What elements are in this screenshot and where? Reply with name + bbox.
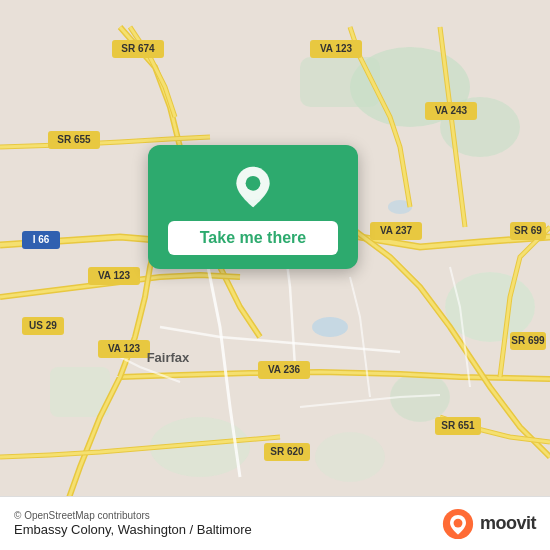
map-background: SR 674 VA 123 SR 655 VA 243 I 66 VA 123 … <box>0 0 550 550</box>
copyright-text: © OpenStreetMap contributors <box>14 510 252 521</box>
svg-text:Fairfax: Fairfax <box>147 350 190 365</box>
map-container: SR 674 VA 123 SR 655 VA 243 I 66 VA 123 … <box>0 0 550 550</box>
moovit-logo: moovit <box>442 508 536 540</box>
location-info: Embassy Colony, Washington / Baltimore <box>14 522 252 537</box>
svg-text:SR 620: SR 620 <box>270 446 304 457</box>
svg-text:VA 243: VA 243 <box>435 105 468 116</box>
bottom-left: © OpenStreetMap contributors Embassy Col… <box>14 510 252 537</box>
svg-text:VA 123: VA 123 <box>108 343 141 354</box>
popup-card: Take me there <box>148 145 358 269</box>
svg-point-8 <box>315 432 385 482</box>
svg-text:VA 123: VA 123 <box>320 43 353 54</box>
svg-point-41 <box>246 176 261 191</box>
take-me-there-button[interactable]: Take me there <box>168 221 338 255</box>
svg-text:VA 123: VA 123 <box>98 270 131 281</box>
svg-text:SR 674: SR 674 <box>121 43 155 54</box>
svg-text:SR 651: SR 651 <box>441 420 475 431</box>
svg-text:VA 236: VA 236 <box>268 364 301 375</box>
map-pin-icon <box>229 163 277 211</box>
bottom-bar: © OpenStreetMap contributors Embassy Col… <box>0 496 550 550</box>
svg-text:SR 69: SR 69 <box>514 225 542 236</box>
svg-text:VA 237: VA 237 <box>380 225 413 236</box>
moovit-icon <box>442 508 474 540</box>
svg-text:SR 655: SR 655 <box>57 134 91 145</box>
svg-text:I 66: I 66 <box>33 234 50 245</box>
moovit-text: moovit <box>480 513 536 534</box>
svg-rect-3 <box>300 57 380 107</box>
svg-point-9 <box>312 317 348 337</box>
svg-text:SR 699: SR 699 <box>511 335 545 346</box>
svg-text:US 29: US 29 <box>29 320 57 331</box>
svg-point-43 <box>454 518 463 527</box>
svg-point-4 <box>445 272 535 342</box>
